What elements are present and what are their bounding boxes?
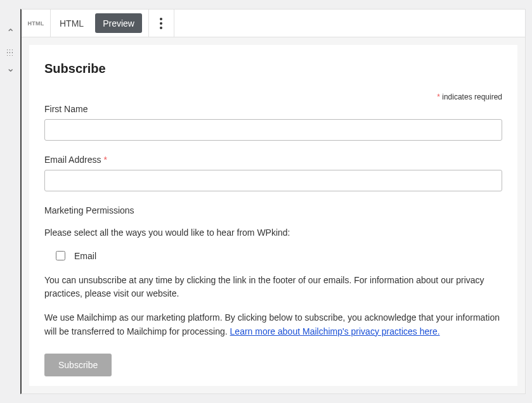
email-label-text: Email Address [44,155,101,165]
field-email: Email Address * [44,155,502,191]
asterisk-icon: * [437,93,440,101]
block-side-controls: :::::: [0,9,20,394]
email-input[interactable] [44,170,502,191]
field-first-name: First Name [44,104,502,141]
email-checkbox-label: Email [74,251,96,261]
first-name-input[interactable] [44,119,502,141]
marketing-option-email: Email [56,251,502,261]
required-note-text: indicates required [442,93,502,101]
block-toolbar: HTML HTML Preview [22,10,525,37]
form-title: Subscribe [44,61,502,76]
tab-group: HTML Preview [51,10,149,37]
required-indicator-note: * indicates required [44,93,502,101]
unsubscribe-text: You can unsubscribe at any time by click… [44,274,502,301]
mailchimp-privacy-link[interactable]: Learn more about Mailchimp's privacy pra… [230,326,440,336]
mailchimp-text: We use Mailchimp as our marketing platfo… [44,311,502,338]
tab-preview[interactable]: Preview [95,13,142,33]
move-up-button[interactable] [6,27,15,39]
email-label: Email Address * [44,155,502,165]
more-options-button[interactable] [149,10,174,37]
marketing-heading: Marketing Permissions [44,205,502,215]
marketing-instruction: Please select all the ways you would lik… [44,227,502,240]
asterisk-icon: * [103,155,107,165]
tab-html[interactable]: HTML [51,10,93,37]
preview-pane: Subscribe * indicates required First Nam… [22,37,525,393]
first-name-label: First Name [44,104,502,114]
drag-handle-icon[interactable]: :::::: [6,50,13,55]
email-checkbox[interactable] [56,251,65,260]
subscribe-button[interactable]: Subscribe [44,354,112,376]
html-block: HTML HTML Preview Subscribe * indicates … [20,9,526,394]
move-down-button[interactable] [6,67,15,70]
html-block-icon[interactable]: HTML [22,10,51,37]
more-icon [160,18,162,29]
subscribe-form: Subscribe * indicates required First Nam… [29,45,517,386]
